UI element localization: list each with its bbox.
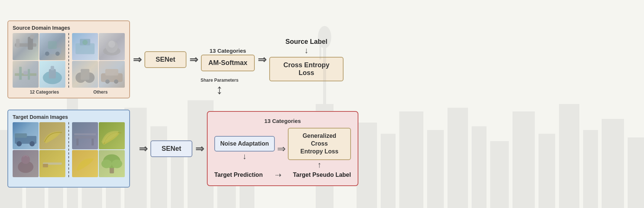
svg-point-32 bbox=[30, 35, 35, 39]
target-bottom-row: Target Prediction ⇢ Target Pseudo Label bbox=[214, 170, 351, 179]
am-softmax-box: AM-Softmax bbox=[201, 55, 255, 71]
senet-top-box: SENet bbox=[144, 51, 186, 68]
source-bottom-labels: 12 Categories Others bbox=[13, 90, 125, 95]
target-img-8 bbox=[99, 150, 125, 177]
svg-rect-52 bbox=[81, 69, 89, 79]
gce-loss-box: Generalized CrossEntropy Loss bbox=[288, 128, 351, 160]
source-domain-label: Source Domain Images bbox=[13, 25, 125, 31]
target-domain-label: Target Domain Images bbox=[13, 114, 125, 120]
source-right-images bbox=[72, 33, 125, 88]
source-label-down-arrow: ↓ bbox=[305, 46, 309, 55]
source-img-5 bbox=[72, 33, 98, 60]
target-prediction-label: Target Prediction bbox=[214, 172, 263, 178]
main-layout: Source Domain Images bbox=[0, 0, 644, 208]
arrow-am-to-cel: ⇒ bbox=[258, 53, 266, 66]
source-left-images bbox=[13, 33, 65, 88]
source-img-7 bbox=[72, 61, 98, 88]
source-domain-box: Source Domain Images bbox=[7, 20, 130, 98]
svg-rect-67 bbox=[92, 139, 94, 146]
target-middle-row: Noise Adaptation ↓ ⇒ Generalized CrossEn… bbox=[214, 128, 351, 169]
source-img-6 bbox=[99, 33, 125, 60]
svg-rect-34 bbox=[48, 41, 56, 49]
target-img-1 bbox=[13, 122, 39, 149]
target-right-images bbox=[72, 122, 125, 177]
categories-13-bottom: 13 Categories bbox=[214, 118, 351, 124]
source-img-4 bbox=[39, 61, 65, 88]
noise-col: Noise Adaptation ↓ bbox=[214, 136, 275, 161]
dashed-arrow-icon: ⇢ bbox=[275, 170, 281, 179]
cross-entropy-loss-box: Cross Entropy Loss bbox=[269, 57, 344, 81]
svg-point-71 bbox=[101, 159, 112, 168]
svg-rect-54 bbox=[105, 69, 118, 75]
arrow-noise-to-gce: ⇒ bbox=[277, 143, 286, 155]
source-12-categories: 12 Categories bbox=[30, 90, 59, 95]
gce-loss-text: Generalized CrossEntropy Loss bbox=[300, 133, 338, 155]
source-img-1 bbox=[13, 33, 39, 60]
target-domain-box: Target Domain Images bbox=[7, 110, 130, 188]
svg-rect-38 bbox=[19, 66, 22, 79]
source-divider bbox=[68, 33, 69, 88]
source-label-text: Source Label bbox=[286, 38, 328, 46]
svg-point-62 bbox=[21, 155, 30, 164]
target-img-2 bbox=[39, 122, 65, 149]
am-softmax-col: 13 Categories AM-Softmax bbox=[201, 48, 255, 71]
categories-13-top: 13 Categories bbox=[209, 48, 246, 54]
source-img-8 bbox=[99, 61, 125, 88]
source-img-3 bbox=[13, 61, 39, 88]
svg-rect-65 bbox=[74, 136, 96, 139]
arrow-source-to-senet: ⇒ bbox=[133, 53, 142, 66]
gce-up-arrow: ↑ bbox=[317, 160, 321, 170]
senet-bottom-box: SENet bbox=[150, 140, 192, 157]
arrow-target-to-senet: ⇒ bbox=[139, 143, 147, 155]
rows-wrapper: Source Domain Images bbox=[7, 20, 637, 188]
cel-col: Source Label ↓ Cross Entropy Loss bbox=[269, 38, 344, 81]
bottom-row: Target Domain Images bbox=[7, 110, 637, 188]
target-img-7 bbox=[72, 150, 98, 177]
svg-rect-42 bbox=[49, 69, 56, 78]
svg-rect-68 bbox=[74, 133, 96, 135]
svg-rect-43 bbox=[51, 66, 54, 70]
senet-top-col: SENet bbox=[144, 51, 186, 68]
source-images-row bbox=[13, 33, 125, 88]
noise-adaptation-box: Noise Adaptation bbox=[214, 136, 275, 152]
svg-point-59 bbox=[17, 141, 22, 146]
svg-point-46 bbox=[82, 40, 88, 45]
target-images-row bbox=[13, 122, 125, 177]
svg-rect-39 bbox=[28, 69, 30, 79]
target-pseudo-label-text: Target Pseudo Label bbox=[293, 172, 351, 178]
target-left-images bbox=[13, 122, 65, 177]
svg-rect-64 bbox=[43, 164, 48, 167]
svg-point-72 bbox=[112, 159, 122, 168]
arrow-senet-to-am: ⇒ bbox=[189, 53, 198, 66]
svg-rect-66 bbox=[77, 139, 79, 146]
svg-point-56 bbox=[114, 79, 118, 84]
gce-col: Generalized CrossEntropy Loss ↑ bbox=[288, 128, 351, 169]
target-img-6 bbox=[99, 122, 125, 149]
target-img-3 bbox=[13, 150, 39, 177]
source-img-2 bbox=[39, 33, 65, 60]
svg-rect-40 bbox=[23, 71, 28, 74]
source-label-top: Source Label ↓ bbox=[286, 38, 328, 55]
svg-point-60 bbox=[30, 141, 35, 146]
noise-down-arrow: ↓ bbox=[243, 152, 247, 161]
senet-bottom-col: SENet bbox=[150, 140, 192, 157]
top-row: Source Domain Images bbox=[7, 20, 637, 98]
target-spacer bbox=[13, 177, 125, 184]
target-red-box: 13 Categories Noise Adaptation ↓ ⇒ Gener… bbox=[207, 111, 358, 186]
target-divider bbox=[68, 122, 69, 177]
svg-point-36 bbox=[55, 52, 60, 56]
share-params-overlay: Share Parameters ↕ bbox=[201, 78, 238, 96]
arrow-senet-to-target-flow: ⇒ bbox=[195, 143, 204, 155]
svg-point-35 bbox=[45, 52, 49, 56]
share-params-arrow-icon: ↕ bbox=[216, 83, 223, 96]
target-img-4 bbox=[39, 150, 65, 177]
target-img-5 bbox=[72, 122, 98, 149]
svg-point-49 bbox=[108, 41, 116, 48]
svg-rect-58 bbox=[15, 133, 27, 138]
source-others: Others bbox=[93, 90, 108, 95]
svg-rect-30 bbox=[16, 39, 19, 48]
svg-point-55 bbox=[105, 79, 110, 84]
